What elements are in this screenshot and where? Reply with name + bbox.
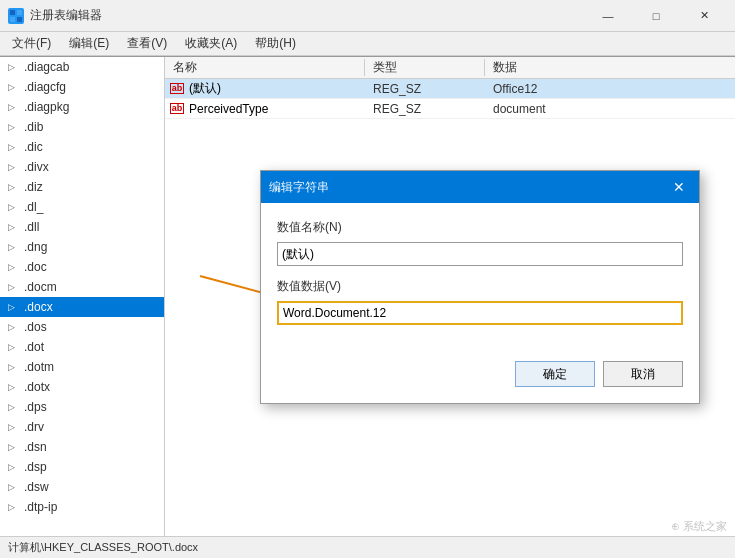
dialog-close-button[interactable]: ✕ — [667, 175, 691, 199]
edit-string-dialog: 编辑字符串 ✕ 数值名称(N) 数值数据(V) 确定 取消 — [260, 170, 700, 404]
dialog-title: 编辑字符串 — [269, 179, 329, 196]
dialog-field-data-input[interactable] — [277, 301, 683, 325]
dialog-field-name-input[interactable] — [277, 242, 683, 266]
dialog-body: 数值名称(N) 数值数据(V) — [261, 203, 699, 353]
dialog-field-data-label: 数值数据(V) — [277, 278, 683, 295]
dialog-cancel-button[interactable]: 取消 — [603, 361, 683, 387]
dialog-title-bar: 编辑字符串 ✕ — [261, 171, 699, 203]
dialog-ok-button[interactable]: 确定 — [515, 361, 595, 387]
dialog-overlay: 编辑字符串 ✕ 数值名称(N) 数值数据(V) 确定 取消 — [0, 0, 735, 558]
dialog-footer: 确定 取消 — [261, 353, 699, 403]
dialog-field-name-label: 数值名称(N) — [277, 219, 683, 236]
